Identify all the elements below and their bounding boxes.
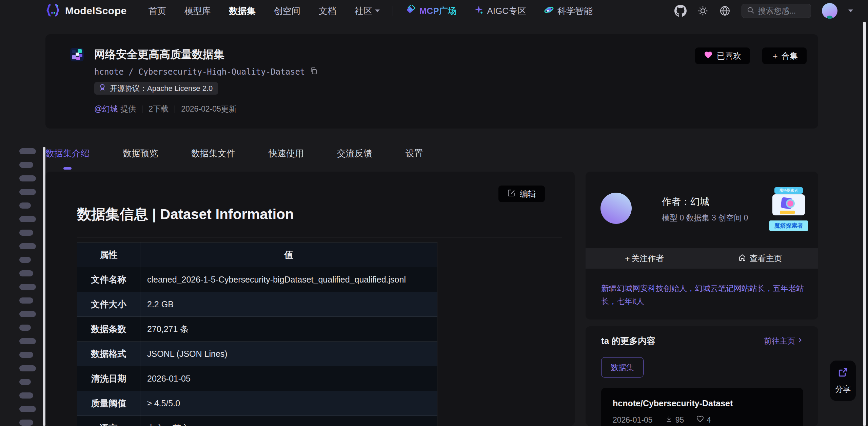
modelscope-logo-icon <box>45 4 60 18</box>
skeleton-bar <box>19 257 31 263</box>
related-likes: 4 <box>696 415 711 425</box>
tab-dataset-intro[interactable]: 数据集介绍 <box>45 148 90 162</box>
skeleton-bar <box>19 311 36 317</box>
nav-right <box>674 3 853 19</box>
nav-item-community[interactable]: 社区 <box>355 5 380 17</box>
table-row: 文件大小 2.2 GB <box>77 292 437 317</box>
heart-icon <box>704 51 713 61</box>
tab-quick-start[interactable]: 快速使用 <box>269 148 304 162</box>
author-avatar[interactable] <box>600 193 632 224</box>
liked-button[interactable]: 已喜欢 <box>695 47 750 64</box>
row-label: 语言 <box>77 416 140 426</box>
heart-outline-icon <box>696 415 704 425</box>
license-text: 开源协议：Apache License 2.0 <box>110 83 213 94</box>
skeleton-bar <box>19 148 36 154</box>
page-scrollbar[interactable] <box>863 22 866 426</box>
magnifier-icon <box>786 199 795 208</box>
skeleton-bar <box>19 392 33 399</box>
table-row: 清洗日期 2026-01-05 <box>77 366 437 391</box>
toc-skeleton <box>19 148 36 426</box>
repo-path-text[interactable]: hcnote / Cybersecurity-High-Quality-Data… <box>94 67 305 77</box>
author-card: 作者：幻城 模型 0 数据集 3 创空间 0 魔搭探索者 魔搭探索者 ＋关注作者… <box>586 172 818 320</box>
github-icon[interactable] <box>674 5 687 17</box>
skeleton-bar <box>19 420 33 426</box>
author-bio: 新疆幻城网安科技创始人，幻城云笔记网站站长，五年老站长，七年it人 <box>601 282 809 308</box>
author-actions: ＋关注作者 查看主页 <box>586 248 818 269</box>
row-value: JSONL (JSON Lines) <box>140 342 437 366</box>
nav-item-models[interactable]: 模型库 <box>184 5 211 17</box>
skeleton-bar <box>19 202 31 209</box>
table-row: 数据格式 JSONL (JSON Lines) <box>77 342 437 366</box>
nav-item-aigc[interactable]: AIGC专区 <box>474 5 526 17</box>
modelscope-logo[interactable]: ModelScope <box>45 4 127 18</box>
dataset-info-table: 属性 值 文件名称 cleaned_2026-1-5-Cybersecurity… <box>77 242 437 426</box>
view-homepage-label: 查看主页 <box>750 253 782 264</box>
table-row: 文件名称 cleaned_2026-1-5-Cybersecurity-bigD… <box>77 267 437 292</box>
nav-item-studios[interactable]: 创空间 <box>274 5 300 17</box>
user-avatar[interactable] <box>822 3 837 19</box>
add-to-collection-button[interactable]: ＋ 合集 <box>762 47 807 64</box>
author-stats: 模型 0 数据集 3 创空间 0 <box>662 213 748 223</box>
more-content-title: ta 的更多内容 <box>601 335 655 347</box>
tab-dataset-files[interactable]: 数据集文件 <box>191 148 235 162</box>
header-actions: 已喜欢 ＋ 合集 <box>695 47 807 64</box>
add-to-collection-label: ＋ 合集 <box>771 51 798 61</box>
explorer-badge-label: 魔搭探索者 <box>769 220 808 231</box>
mcp-diamond-icon <box>406 5 416 17</box>
skeleton-bar <box>19 406 36 412</box>
related-downloads-count: 95 <box>675 415 684 425</box>
nav-item-science[interactable]: 科学智能 <box>544 5 593 17</box>
tab-settings[interactable]: 设置 <box>406 148 423 162</box>
related-dataset-card[interactable]: hcnote/Cybersecurity-Dataset 2026-01-05 … <box>601 388 803 426</box>
provider-link[interactable]: @幻城 <box>94 104 118 114</box>
explorer-badge[interactable]: 魔搭探索者 魔搭探索者 <box>769 187 808 231</box>
nav-item-docs[interactable]: 文档 <box>319 5 336 17</box>
follow-author-button[interactable]: ＋关注作者 <box>586 248 702 269</box>
badge-base <box>780 211 795 214</box>
avatar-chevron-down-icon[interactable] <box>848 9 853 12</box>
nav-item-datasets[interactable]: 数据集 <box>229 5 256 17</box>
skeleton-bar <box>19 297 33 304</box>
nav-item-home[interactable]: 首页 <box>149 5 166 17</box>
divider <box>659 416 659 424</box>
skeleton-bar <box>19 325 31 331</box>
section-divider <box>77 237 562 237</box>
skeleton-bar <box>19 379 31 385</box>
toc-scrollbar[interactable] <box>43 147 45 426</box>
explorer-badge-banner: 魔搭探索者 <box>774 187 803 194</box>
theme-sun-icon[interactable] <box>697 5 708 16</box>
nav-item-mcp[interactable]: MCP广场 <box>406 5 457 17</box>
navbar: ModelScope 首页 模型库 数据集 创空间 文档 社区 MCP广场 <box>0 0 868 22</box>
skeleton-bar <box>19 216 36 222</box>
skeleton-bar <box>19 352 33 358</box>
edit-icon <box>507 189 516 199</box>
share-icon <box>837 367 848 379</box>
search-input[interactable] <box>758 6 802 16</box>
tab-data-preview[interactable]: 数据预览 <box>123 148 158 162</box>
related-dataset-date: 2026-01-05 <box>613 415 653 425</box>
dataset-stats-row: @幻城 提供 2下载 2026-02-05更新 <box>94 104 237 114</box>
table-header-row: 属性 值 <box>77 243 437 267</box>
dataset-intro-panel: 编辑 数据集信息 | Dataset Information 属性 值 文件名称… <box>45 172 575 426</box>
language-icon[interactable] <box>719 5 731 17</box>
edit-button-label: 编辑 <box>520 189 536 199</box>
copy-icon[interactable] <box>310 67 318 77</box>
explorer-badge-illustration <box>772 194 805 215</box>
skeleton-bar <box>19 284 36 290</box>
share-button[interactable]: 分享 <box>830 361 856 401</box>
go-homepage-link[interactable]: 前往主页 <box>764 336 803 346</box>
more-content-header: ta 的更多内容 前往主页 <box>601 335 803 347</box>
search-box <box>742 4 811 18</box>
chevron-down-icon <box>375 9 380 12</box>
dataset-repo-path: hcnote / Cybersecurity-High-Quality-Data… <box>94 67 318 77</box>
skeleton-bar <box>19 270 33 276</box>
edit-button[interactable]: 编辑 <box>498 186 545 202</box>
skeleton-bar <box>19 230 33 236</box>
view-homepage-button[interactable]: 查看主页 <box>702 248 818 269</box>
tag-datasets[interactable]: 数据集 <box>601 357 644 377</box>
skeleton-bar <box>19 175 36 181</box>
tab-feedback[interactable]: 交流反馈 <box>337 148 372 162</box>
section-title: 数据集信息 | Dataset Information <box>77 205 294 224</box>
skeleton-bar <box>19 338 36 344</box>
liked-button-label: 已喜欢 <box>717 51 741 61</box>
